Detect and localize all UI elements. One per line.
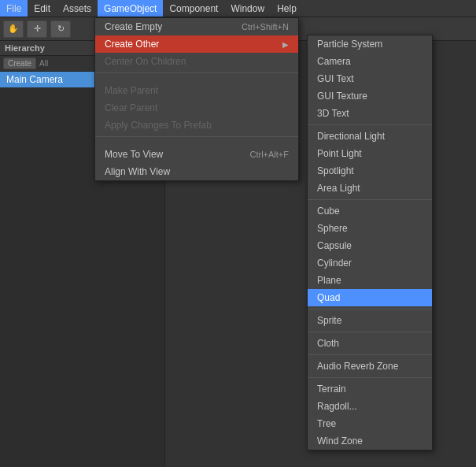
submenu-camera[interactable]: Camera xyxy=(308,53,432,70)
submenu-wind-zone-label: Wind Zone xyxy=(317,435,363,447)
submenu-cylinder[interactable]: Cylinder xyxy=(308,254,432,272)
menu-align-selected[interactable]: Align With View xyxy=(95,163,298,180)
submenu-sep-4 xyxy=(308,332,432,332)
submenu-cube[interactable]: Cube xyxy=(308,202,432,220)
menu-break-prefab: Apply Changes To Prefab xyxy=(95,117,298,134)
menu-create-other[interactable]: Create Other ▶ xyxy=(95,35,298,53)
submenu-sprite-label: Sprite xyxy=(317,315,341,326)
submenu-spotlight-label: Spotlight xyxy=(317,165,354,176)
separator-1 xyxy=(95,72,298,73)
submenu-particle-system-label: Particle System xyxy=(317,39,382,50)
submenu-capsule-label: Capsule xyxy=(317,240,352,251)
submenu-wind-zone[interactable]: Wind Zone xyxy=(308,432,432,450)
menu-edit[interactable]: Edit xyxy=(28,0,57,17)
submenu-sep-1 xyxy=(308,124,432,125)
submenu-cylinder-label: Cylinder xyxy=(317,258,352,269)
menu-clear-parent-label: Make Parent xyxy=(105,85,158,96)
separator-2 xyxy=(95,136,298,137)
create-other-submenu: Particle System Camera GUI Text GUI Text… xyxy=(307,35,433,450)
submenu-sep-5 xyxy=(308,354,432,355)
menu-component[interactable]: Component xyxy=(163,0,224,17)
menu-clear-parent: Make Parent xyxy=(95,82,298,99)
submenu-quad-label: Quad xyxy=(317,292,340,303)
submenu-particle-system[interactable]: Particle System xyxy=(308,35,432,53)
menu-break-prefab-label: Apply Changes To Prefab xyxy=(105,120,212,131)
submenu-terrain-label: Terrain xyxy=(317,384,346,395)
menu-apply-prefab-label: Clear Parent xyxy=(105,102,157,113)
menu-make-parent xyxy=(95,76,298,82)
submenu-cloth[interactable]: Cloth xyxy=(308,335,432,352)
submenu-plane[interactable]: Plane xyxy=(308,272,432,289)
submenu-capsule[interactable]: Capsule xyxy=(308,237,432,254)
menu-create-empty-label: Create Empty xyxy=(105,21,162,32)
submenu-cube-label: Cube xyxy=(317,206,340,217)
submenu-gui-texture-label: GUI Texture xyxy=(317,91,367,102)
submenu-camera-label: Camera xyxy=(317,56,351,67)
submenu-directional-light[interactable]: Directional Light xyxy=(308,128,432,145)
menu-align-view-shortcut: Ctrl+Alt+F xyxy=(249,150,289,159)
menubar: File Edit Assets GameObject Component Wi… xyxy=(0,0,476,17)
submenu-terrain[interactable]: Terrain xyxy=(308,380,432,398)
submenu-sep-2 xyxy=(308,199,432,200)
submenu-directional-light-label: Directional Light xyxy=(317,131,385,142)
submenu-3d-text-label: 3D Text xyxy=(317,108,349,119)
submenu-spotlight[interactable]: Spotlight xyxy=(308,162,432,180)
gameobject-menu: Create Empty Ctrl+Shift+N Create Other ▶… xyxy=(94,17,299,181)
submenu-gui-text-label: GUI Text xyxy=(317,73,353,84)
rotate-tool-button[interactable]: ↻ xyxy=(50,20,71,38)
submenu-ragdoll-label: Ragdoll... xyxy=(317,401,357,412)
hierarchy-all-label: All xyxy=(39,59,48,68)
hierarchy-create-btn[interactable]: Create xyxy=(3,57,36,69)
submenu-audio-reverb-label: Audio Reverb Zone xyxy=(317,361,398,372)
submenu-sprite[interactable]: Sprite xyxy=(308,312,432,329)
submenu-3d-text[interactable]: 3D Text xyxy=(308,105,432,122)
submenu-sep-6 xyxy=(308,377,432,378)
menu-center-children: Center On Children xyxy=(95,53,298,70)
submenu-plane-label: Plane xyxy=(317,275,341,286)
submenu-audio-reverb[interactable]: Audio Reverb Zone xyxy=(308,358,432,375)
menu-move-view[interactable] xyxy=(95,139,298,146)
submenu-area-light[interactable]: Area Light xyxy=(308,180,432,197)
submenu-sep-3 xyxy=(308,309,432,309)
menu-gameobject[interactable]: GameObject xyxy=(98,0,163,17)
menu-align-view[interactable]: Move To View Ctrl+Alt+F xyxy=(95,146,298,163)
submenu-gui-text[interactable]: GUI Text xyxy=(308,70,432,87)
menu-file[interactable]: File xyxy=(0,0,28,17)
menu-center-children-label: Center On Children xyxy=(105,56,186,67)
submenu-tree[interactable]: Tree xyxy=(308,415,432,432)
menu-apply-prefab: Clear Parent xyxy=(95,99,298,117)
submenu-sphere-label: Sphere xyxy=(317,223,348,234)
menu-assets[interactable]: Assets xyxy=(57,0,98,17)
menu-create-other-label: Create Other xyxy=(105,39,159,50)
menu-align-selected-label: Align With View xyxy=(105,166,170,177)
submenu-tree-label: Tree xyxy=(317,418,336,429)
submenu-cloth-label: Cloth xyxy=(317,338,339,349)
move-tool-button[interactable]: ✛ xyxy=(27,20,47,38)
menu-create-empty-shortcut: Ctrl+Shift+N xyxy=(242,22,289,32)
submenu-point-light-label: Point Light xyxy=(317,148,362,159)
submenu-area-light-label: Area Light xyxy=(317,183,360,194)
submenu-gui-texture[interactable]: GUI Texture xyxy=(308,87,432,105)
menu-help[interactable]: Help xyxy=(271,0,303,17)
submenu-sphere[interactable]: Sphere xyxy=(308,220,432,237)
submenu-quad[interactable]: Quad xyxy=(308,289,432,306)
hand-tool-button[interactable]: ✋ xyxy=(3,20,24,38)
menu-create-other-arrow: ▶ xyxy=(282,40,289,49)
submenu-point-light[interactable]: Point Light xyxy=(308,145,432,162)
menu-align-view-label: Move To View xyxy=(105,149,163,160)
menu-create-empty[interactable]: Create Empty Ctrl+Shift+N xyxy=(95,18,298,35)
submenu-ragdoll[interactable]: Ragdoll... xyxy=(308,398,432,415)
menu-window[interactable]: Window xyxy=(224,0,271,17)
